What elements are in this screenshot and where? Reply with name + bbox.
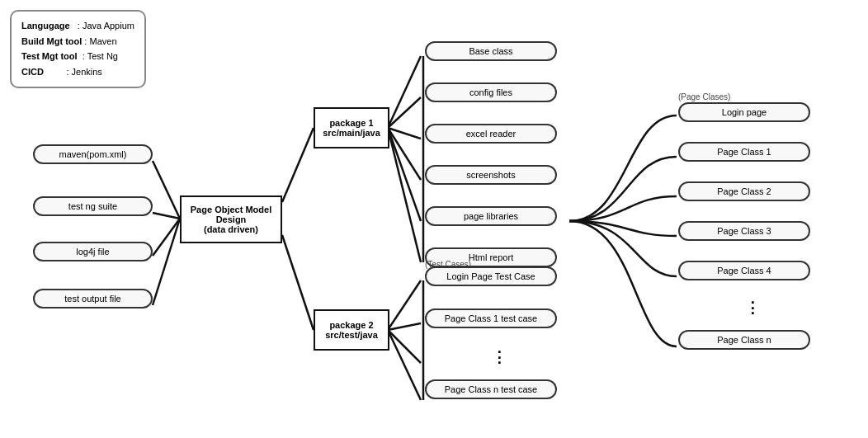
info-row-4: CICD : Jenkins — [21, 64, 134, 80]
svg-line-7 — [388, 97, 421, 128]
pc1-tc-node: Page Class 1 test case — [425, 308, 557, 328]
svg-line-1 — [153, 213, 180, 219]
dots-pc-node: ⋮ — [728, 299, 777, 317]
svg-line-4 — [282, 128, 314, 202]
svg-line-12 — [388, 280, 421, 330]
svg-line-10 — [388, 128, 421, 221]
page-classes-label: (Page Clases) — [678, 92, 730, 101]
svg-line-2 — [153, 219, 180, 256]
pkg2-box: package 2src/test/java — [314, 309, 389, 351]
pcn-node: Page Class n — [678, 330, 810, 350]
svg-line-6 — [388, 56, 421, 128]
center-box: Page Object Model Design(data driven) — [180, 195, 282, 243]
dots-tc-node: ⋮ — [474, 348, 524, 366]
svg-line-5 — [282, 235, 314, 330]
info-row-2: Build Mgt tool : Maven — [21, 34, 134, 49]
pc1-node: Page Class 1 — [678, 142, 810, 162]
testng-node: test ng suite — [33, 196, 153, 216]
pkg1-box: package 1src/main/java — [314, 107, 389, 148]
pc2-node: Page Class 2 — [678, 181, 810, 201]
svg-line-8 — [388, 128, 421, 139]
diagram: Langugage : Java Appium Build Mgt tool :… — [0, 0, 868, 438]
info-row-3: Test Mgt tool : Test Ng — [21, 49, 134, 64]
maven-node: maven(pom.xml) — [33, 144, 153, 164]
page-libraries-node: page libraries — [425, 206, 557, 226]
excel-reader-node: excel reader — [425, 124, 557, 144]
svg-line-13 — [388, 323, 421, 330]
pc4-node: Page Class 4 — [678, 261, 810, 280]
log4j-node: log4j file — [33, 242, 153, 261]
screenshots-node: screenshots — [425, 165, 557, 185]
svg-line-9 — [388, 128, 421, 180]
svg-line-0 — [153, 161, 180, 219]
pcn-tc-node: Page Class n test case — [425, 379, 557, 399]
testout-node: test output file — [33, 289, 153, 308]
svg-line-3 — [153, 219, 180, 305]
svg-line-14 — [388, 330, 421, 363]
svg-line-11 — [388, 128, 421, 262]
info-row-1: Langugage : Java Appium — [21, 18, 134, 34]
svg-line-15 — [388, 330, 421, 400]
base-class-node: Base class — [425, 41, 557, 61]
pc3-node: Page Class 3 — [678, 221, 810, 241]
login-page-node: Login page — [678, 102, 810, 122]
info-box: Langugage : Java Appium Build Mgt tool :… — [10, 10, 146, 88]
config-files-node: config files — [425, 82, 557, 102]
login-tc-node: Login Page Test Case — [425, 266, 557, 286]
